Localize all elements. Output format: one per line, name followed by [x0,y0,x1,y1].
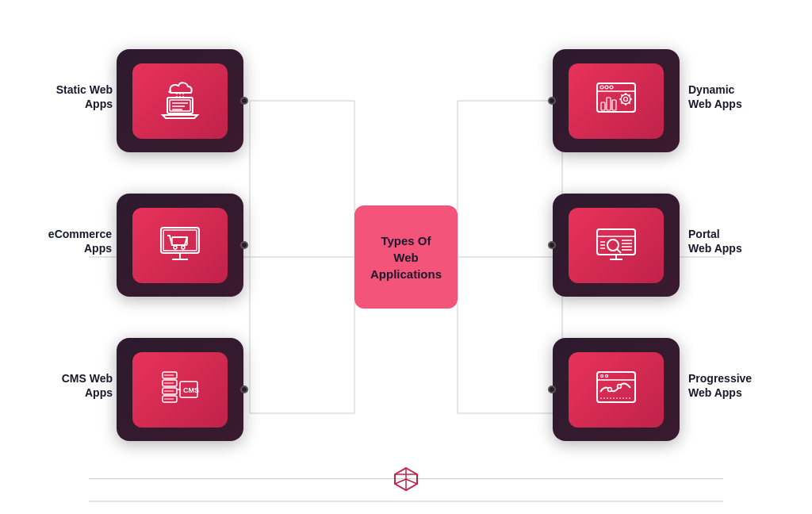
cart-icon [155,220,205,270]
svg-point-74 [608,388,612,392]
label-ecommerce: eCommerceApps [36,227,112,255]
progressive-icon [591,364,642,415]
svg-rect-20 [161,228,199,253]
card-portal-inner [569,208,664,283]
svg-point-25 [174,246,177,249]
svg-rect-44 [607,98,611,110]
card-ecommerce [117,194,243,297]
svg-point-60 [607,240,619,251]
dot-cms-right [240,386,248,393]
dot-dynamic-left [548,97,556,105]
center-text: Types OfWebApplications [370,232,442,282]
svg-point-72 [606,375,608,378]
card-dynamic-inner [569,63,664,139]
svg-point-71 [601,375,603,378]
portal-icon [591,220,642,270]
cloud-laptop-icon [155,75,205,126]
dashboard-icon [591,75,642,126]
cms-icon: CMS [155,364,205,415]
bottom-icon [392,465,420,497]
bottom-box-icon [392,465,420,493]
card-cms-inner: CMS [132,352,228,428]
svg-rect-45 [612,100,616,110]
svg-point-47 [624,98,628,102]
svg-rect-43 [601,102,605,110]
svg-line-61 [617,249,621,253]
label-portal: PortalWeb Apps [688,227,768,255]
svg-point-42 [610,86,613,89]
svg-point-75 [618,385,622,389]
card-portal [553,194,680,297]
svg-point-40 [600,86,603,89]
card-ecommerce-inner [132,208,228,283]
svg-point-41 [605,86,608,89]
card-cms: CMS [117,338,243,441]
svg-point-26 [182,246,185,249]
label-progressive: ProgressiveWeb Apps [688,371,776,400]
dot-portal-left [548,241,556,249]
dot-progressive-left [548,386,556,393]
card-dynamic [553,49,680,152]
dot-static-right [240,97,248,105]
svg-rect-21 [163,230,197,251]
card-progressive [553,338,680,441]
diagram-container: Static WebApps eCommerceApps [25,11,787,503]
svg-line-79 [395,479,406,484]
dot-ecommerce-right [240,241,248,249]
card-progressive-inner [569,352,664,428]
label-cms: CMS WebApps [41,371,113,400]
label-dynamic: DynamicWeb Apps [688,82,768,111]
center-box: Types OfWebApplications [354,205,458,309]
card-static [117,49,243,152]
label-static: Static WebApps [41,82,113,111]
card-static-inner [132,63,228,139]
svg-line-80 [406,479,417,484]
svg-text:CMS: CMS [183,386,199,394]
